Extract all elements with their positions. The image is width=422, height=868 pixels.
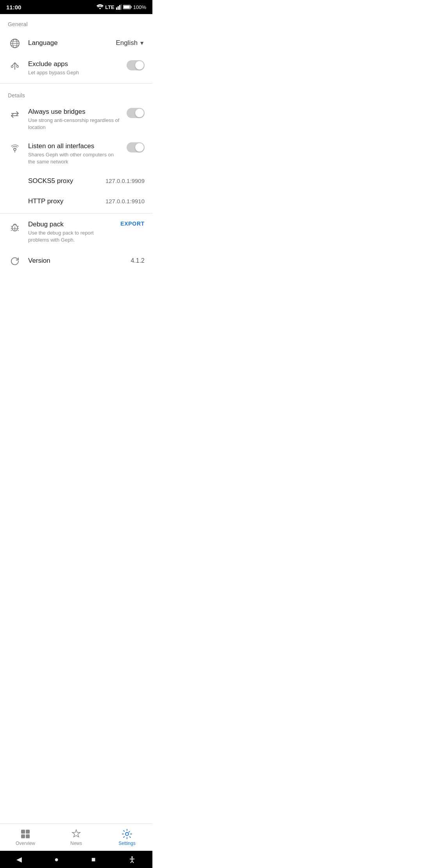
toggle-knob — [135, 61, 144, 70]
svg-line-25 — [18, 226, 19, 227]
listen-interfaces-row: Listen on all interfaces Shares Geph wit… — [0, 137, 152, 171]
section-general: General — [0, 14, 152, 31]
svg-point-19 — [14, 148, 16, 151]
section-details: Details — [0, 85, 152, 102]
socks5-row: SOCKS5 proxy 127.0.0.1:9909 — [0, 171, 152, 191]
version-value: 4.1.2 — [131, 257, 145, 264]
bridges-content: Always use bridges Use strong anti-censo… — [28, 108, 122, 131]
battery-icon — [123, 5, 132, 9]
chevron-down-icon: ▼ — [139, 40, 145, 46]
broadcast-icon — [8, 142, 22, 154]
version-label: Version — [28, 257, 126, 265]
debug-pack-content: Debug pack Use the debug pack to report … — [28, 221, 116, 244]
socks5-label: SOCKS5 proxy — [28, 177, 73, 185]
lte-label: LTE — [105, 4, 114, 10]
listen-toggle[interactable] — [127, 142, 145, 152]
version-value-control: 4.1.2 — [131, 257, 145, 264]
exclude-apps-content: Exclude apps Let apps bypass Geph — [28, 60, 122, 76]
fork-icon — [8, 60, 22, 71]
svg-rect-5 — [131, 6, 131, 8]
bridges-row: Always use bridges Use strong anti-censo… — [0, 102, 152, 136]
svg-rect-3 — [121, 4, 122, 10]
language-row[interactable]: Language English ▼ — [0, 31, 152, 55]
version-row: Version 4.1.2 — [0, 249, 152, 268]
language-label: Language — [28, 39, 111, 47]
svg-rect-2 — [119, 5, 120, 10]
http-value: 127.0.0.1:9910 — [106, 198, 145, 204]
toggle-knob — [135, 109, 144, 117]
toggle-knob — [135, 143, 144, 152]
svg-rect-6 — [123, 5, 130, 9]
bridges-toggle[interactable] — [127, 108, 145, 118]
language-value: English — [116, 39, 138, 47]
export-button[interactable]: EXPORT — [120, 221, 145, 227]
exclude-apps-toggle-control[interactable] — [127, 60, 145, 70]
bug-icon — [8, 221, 22, 232]
wifi-status-icon — [97, 4, 104, 10]
language-selector[interactable]: English ▼ — [116, 39, 145, 47]
arrows-icon — [8, 108, 22, 120]
exclude-apps-row: Exclude apps Let apps bypass Geph — [0, 55, 152, 82]
http-row: HTTP proxy 127.0.0.1:9910 — [0, 191, 152, 212]
signal-icon — [116, 4, 122, 10]
svg-rect-0 — [116, 7, 117, 10]
export-control[interactable]: EXPORT — [120, 221, 145, 227]
globe-icon — [8, 38, 22, 48]
status-time: 11:00 — [6, 4, 21, 11]
http-label: HTTP proxy — [28, 197, 63, 205]
listen-interfaces-content: Listen on all interfaces Shares Geph wit… — [28, 142, 122, 165]
status-icons: LTE 100% — [97, 4, 146, 10]
bridges-toggle-control[interactable] — [127, 108, 145, 118]
status-bar: 11:00 LTE 100% — [0, 0, 152, 14]
divider-2 — [0, 213, 152, 213]
main-scroll: General Language English ▼ — [0, 14, 152, 268]
debug-pack-row: Debug pack Use the debug pack to report … — [0, 215, 152, 249]
svg-line-13 — [12, 63, 15, 66]
refresh-icon — [8, 255, 22, 266]
svg-line-27 — [18, 230, 19, 231]
svg-line-24 — [11, 230, 12, 231]
listen-toggle-control[interactable] — [127, 142, 145, 152]
svg-point-16 — [17, 66, 19, 68]
divider-1 — [0, 83, 152, 84]
exclude-apps-toggle[interactable] — [127, 60, 145, 70]
svg-line-22 — [11, 226, 12, 227]
svg-line-14 — [15, 63, 18, 66]
battery-pct: 100% — [133, 4, 146, 10]
svg-rect-1 — [118, 6, 119, 10]
socks5-value: 127.0.0.1:9909 — [106, 178, 145, 184]
svg-point-15 — [11, 66, 13, 68]
